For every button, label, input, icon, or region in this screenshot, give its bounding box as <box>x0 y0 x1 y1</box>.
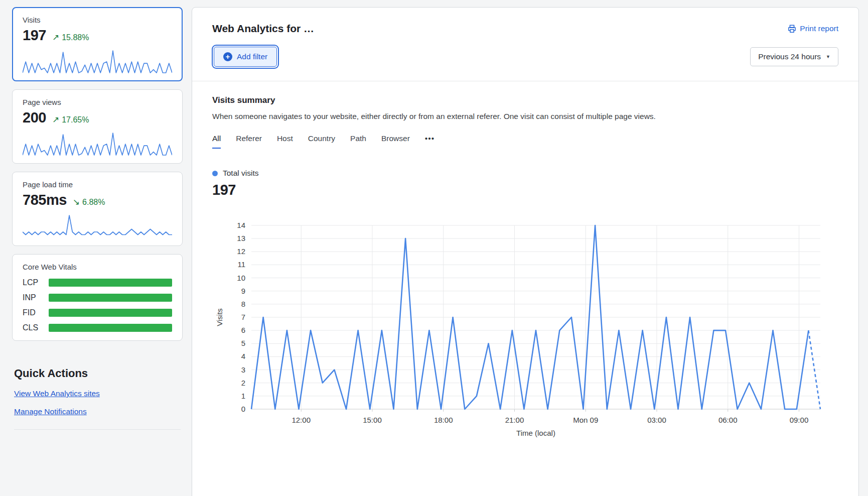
tab-host[interactable]: Host <box>277 134 293 149</box>
visits-sparkline <box>23 49 172 74</box>
time-range-label: Previous 24 hours <box>758 52 821 61</box>
cwv-row-lcp: LCP <box>23 278 172 287</box>
tab-referer[interactable]: Referer <box>236 134 262 149</box>
cwv-bar-good <box>49 309 172 317</box>
sidebar-divider <box>14 429 181 430</box>
cwv-label: FID <box>23 308 49 317</box>
quick-actions-title: Quick Actions <box>14 367 181 380</box>
trend-value: 15.88% <box>62 33 89 42</box>
svg-text:Time (local): Time (local) <box>516 429 555 437</box>
metric-card-page-views[interactable]: Page views 200 ↗ 17.65% <box>12 89 183 164</box>
chart-legend: Total visits <box>212 169 838 178</box>
panel-header: Web Analytics for … Print report + Add f… <box>192 8 858 81</box>
dimension-tabs: All Referer Host Country Path Browser ••… <box>212 134 838 149</box>
trend-value: 6.88% <box>82 198 105 207</box>
plus-circle-icon: + <box>223 52 232 61</box>
trend: ↗ 17.65% <box>52 114 89 125</box>
cwv-bar-good <box>49 324 172 332</box>
manage-notifications-link[interactable]: Manage Notifications <box>14 407 87 416</box>
trend-value: 17.65% <box>62 115 89 125</box>
svg-text:14: 14 <box>237 221 245 229</box>
cwv-row-fid: FID <box>23 308 172 317</box>
svg-text:8: 8 <box>241 300 245 308</box>
quick-actions: Quick Actions View Web Analytics sites M… <box>12 367 183 430</box>
chevron-down-icon: ▼ <box>826 54 830 59</box>
cwv-label: CLS <box>23 323 49 332</box>
metric-card-core-web-vitals[interactable]: Core Web Vitals LCP INP FID CLS <box>12 254 183 341</box>
cwv-label: LCP <box>23 278 49 287</box>
svg-text:Visits: Visits <box>215 308 224 326</box>
svg-text:4: 4 <box>241 352 245 360</box>
trend: ↘ 6.88% <box>73 197 105 207</box>
time-range-dropdown[interactable]: Previous 24 hours ▼ <box>750 47 838 66</box>
metrics-sidebar: Visits 197 ↗ 15.88% Page views 200 ↗ 17.… <box>12 7 183 496</box>
add-filter-button[interactable]: + Add filter <box>214 47 277 67</box>
legend-label: Total visits <box>223 169 259 178</box>
section-description: When someone navigates to your website, … <box>212 112 838 121</box>
page: Visits 197 ↗ 15.88% Page views 200 ↗ 17.… <box>0 0 868 496</box>
card-value: 197 <box>23 27 46 44</box>
analytics-panel: Web Analytics for … Print report + Add f… <box>192 7 859 496</box>
core-web-vitals-rows: LCP INP FID CLS <box>23 278 172 332</box>
legend-dot-icon <box>212 171 218 176</box>
total-visits-value: 197 <box>212 182 838 198</box>
svg-text:11: 11 <box>237 260 245 269</box>
trend: ↗ 15.88% <box>52 32 89 43</box>
visits-line-chart: 0123456789101112131412:0015:0018:0021:00… <box>212 217 834 442</box>
card-title: Page load time <box>23 180 172 189</box>
view-web-analytics-sites-link[interactable]: View Web Analytics sites <box>14 389 100 398</box>
svg-text:18:00: 18:00 <box>434 416 453 424</box>
tab-browser[interactable]: Browser <box>381 134 410 149</box>
svg-text:3: 3 <box>241 365 245 374</box>
print-report-label: Print report <box>800 24 838 33</box>
svg-text:9: 9 <box>241 287 245 295</box>
visits-summary-section: Visits summary When someone navigates to… <box>192 81 858 444</box>
card-value: 200 <box>23 109 46 126</box>
tab-country[interactable]: Country <box>308 134 335 149</box>
metric-card-page-load-time[interactable]: Page load time 785ms ↘ 6.88% <box>12 172 183 246</box>
svg-text:0: 0 <box>241 405 245 413</box>
trend-up-icon: ↗ <box>52 114 59 125</box>
cwv-label: INP <box>23 293 49 302</box>
svg-text:5: 5 <box>241 339 245 347</box>
more-tabs-ellipsis-icon[interactable]: ••• <box>425 134 435 149</box>
cwv-row-cls: CLS <box>23 323 172 332</box>
chart-container: 0123456789101112131412:0015:0018:0021:00… <box>212 217 838 444</box>
add-filter-label: Add filter <box>237 52 267 61</box>
svg-text:09:00: 09:00 <box>790 416 809 424</box>
cwv-bar-good <box>49 279 172 287</box>
trend-up-icon: ↗ <box>52 32 59 43</box>
print-icon <box>788 25 796 33</box>
page-views-sparkline <box>23 131 172 156</box>
svg-text:7: 7 <box>241 313 245 321</box>
trend-down-icon: ↘ <box>73 197 80 207</box>
svg-text:12:00: 12:00 <box>292 416 311 424</box>
svg-text:13: 13 <box>237 234 245 242</box>
section-title: Visits summary <box>212 95 838 105</box>
card-title: Core Web Vitals <box>23 263 172 271</box>
svg-text:21:00: 21:00 <box>505 416 524 424</box>
cwv-row-inp: INP <box>23 293 172 302</box>
svg-text:15:00: 15:00 <box>363 416 382 424</box>
svg-text:6: 6 <box>241 326 245 334</box>
card-title: Page views <box>23 98 172 106</box>
svg-text:06:00: 06:00 <box>718 416 738 424</box>
page-title: Web Analytics for … <box>212 23 314 35</box>
metric-card-visits[interactable]: Visits 197 ↗ 15.88% <box>12 7 183 81</box>
print-report-link[interactable]: Print report <box>788 24 838 33</box>
cwv-bar-good <box>49 294 172 302</box>
tab-path[interactable]: Path <box>350 134 366 149</box>
svg-text:03:00: 03:00 <box>647 416 666 424</box>
card-title: Visits <box>23 16 172 24</box>
svg-text:Mon 09: Mon 09 <box>573 416 598 424</box>
svg-text:12: 12 <box>237 247 245 256</box>
tab-all[interactable]: All <box>212 134 221 149</box>
svg-text:1: 1 <box>241 392 245 400</box>
card-value: 785ms <box>23 192 67 208</box>
svg-text:2: 2 <box>241 379 245 387</box>
svg-text:10: 10 <box>237 274 245 282</box>
page-load-sparkline <box>23 213 172 238</box>
